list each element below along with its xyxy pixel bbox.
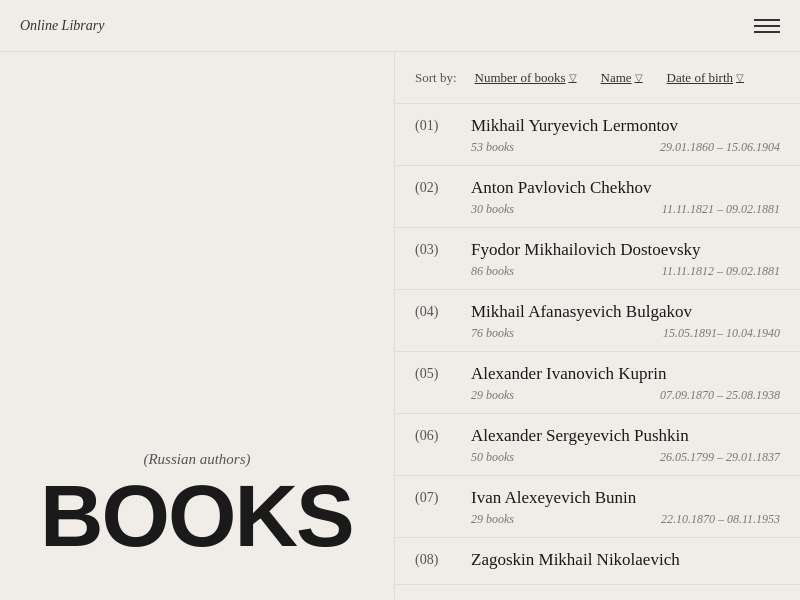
sort-name-arrow: ▽ — [635, 72, 643, 83]
left-panel: (Russian authors) BOOKS — [0, 52, 395, 600]
author-meta: 86 books 11.11.1812 – 09.02.1881 — [471, 264, 780, 279]
author-name: Ivan Alexeyevich Bunin — [471, 488, 780, 508]
author-dates: 11.11.1821 – 09.02.1881 — [662, 202, 780, 217]
sort-number-label: Number of books — [475, 70, 566, 86]
author-books: 50 books — [471, 450, 514, 465]
author-number: (04) — [415, 302, 451, 320]
author-info: Alexander Ivanovich Kuprin 29 books 07.0… — [471, 364, 780, 403]
sort-date-arrow: ▽ — [736, 72, 744, 83]
author-row[interactable]: (02) Anton Pavlovich Chekhov 30 books 11… — [395, 166, 800, 228]
author-books: 30 books — [471, 202, 514, 217]
author-dates: 07.09.1870 – 25.08.1938 — [660, 388, 780, 403]
author-number: (02) — [415, 178, 451, 196]
author-name: Mikhail Afanasyevich Bulgakov — [471, 302, 780, 322]
author-number: (05) — [415, 364, 451, 382]
header: Online Library — [0, 0, 800, 52]
author-info: Mikhail Afanasyevich Bulgakov 76 books 1… — [471, 302, 780, 341]
author-dates: 26.05.1799 – 29.01.1837 — [660, 450, 780, 465]
sort-bar: Sort by: Number of books ▽ Name ▽ Date o… — [395, 52, 800, 104]
big-title: BOOKS — [40, 472, 354, 560]
author-dates: 11.11.1812 – 09.02.1881 — [662, 264, 780, 279]
author-meta: 29 books 22.10.1870 – 08.11.1953 — [471, 512, 780, 527]
author-dates: 15.05.1891– 10.04.1940 — [663, 326, 780, 341]
sort-by-number-of-books[interactable]: Number of books ▽ — [469, 67, 583, 89]
author-info: Mikhail Yuryevich Lermontov 53 books 29.… — [471, 116, 780, 155]
sort-date-label: Date of birth — [667, 70, 733, 86]
author-number: (01) — [415, 116, 451, 134]
main-layout: (Russian authors) BOOKS Sort by: Number … — [0, 52, 800, 600]
author-name: Alexander Ivanovich Kuprin — [471, 364, 780, 384]
author-row[interactable]: (04) Mikhail Afanasyevich Bulgakov 76 bo… — [395, 290, 800, 352]
author-number: (06) — [415, 426, 451, 444]
author-name: Alexander Sergeyevich Pushkin — [471, 426, 780, 446]
author-info: Ivan Alexeyevich Bunin 29 books 22.10.18… — [471, 488, 780, 527]
author-books: 86 books — [471, 264, 514, 279]
sort-label: Sort by: — [415, 70, 457, 86]
hamburger-icon[interactable] — [754, 19, 780, 33]
sort-name-label: Name — [601, 70, 632, 86]
author-row[interactable]: (07) Ivan Alexeyevich Bunin 29 books 22.… — [395, 476, 800, 538]
author-books: 76 books — [471, 326, 514, 341]
author-row[interactable]: (01) Mikhail Yuryevich Lermontov 53 book… — [395, 104, 800, 166]
author-name: Mikhail Yuryevich Lermontov — [471, 116, 780, 136]
authors-list: (01) Mikhail Yuryevich Lermontov 53 book… — [395, 104, 800, 600]
author-dates: 29.01.1860 – 15.06.1904 — [660, 140, 780, 155]
author-number: (03) — [415, 240, 451, 258]
author-books: 29 books — [471, 512, 514, 527]
author-name: Anton Pavlovich Chekhov — [471, 178, 780, 198]
author-books: 53 books — [471, 140, 514, 155]
author-books: 29 books — [471, 388, 514, 403]
author-meta: 50 books 26.05.1799 – 29.01.1837 — [471, 450, 780, 465]
sort-by-date-of-birth[interactable]: Date of birth ▽ — [661, 67, 750, 89]
author-meta: 30 books 11.11.1821 – 09.02.1881 — [471, 202, 780, 217]
author-number: (08) — [415, 550, 451, 568]
sort-number-arrow: ▽ — [569, 72, 577, 83]
sort-by-name[interactable]: Name ▽ — [595, 67, 649, 89]
author-meta: 76 books 15.05.1891– 10.04.1940 — [471, 326, 780, 341]
author-row[interactable]: (05) Alexander Ivanovich Kuprin 29 books… — [395, 352, 800, 414]
author-dates: 22.10.1870 – 08.11.1953 — [661, 512, 780, 527]
app-container: Online Library (Russian authors) BOOKS S… — [0, 0, 800, 600]
author-row[interactable]: (08) Zagoskin Mikhail Nikolaevich — [395, 538, 800, 585]
author-info: Alexander Sergeyevich Pushkin 50 books 2… — [471, 426, 780, 465]
author-number: (07) — [415, 488, 451, 506]
author-info: Fyodor Mikhailovich Dostoevsky 86 books … — [471, 240, 780, 279]
author-row[interactable]: (06) Alexander Sergeyevich Pushkin 50 bo… — [395, 414, 800, 476]
author-info: Zagoskin Mikhail Nikolaevich — [471, 550, 780, 574]
author-meta: 53 books 29.01.1860 – 15.06.1904 — [471, 140, 780, 155]
author-meta: 29 books 07.09.1870 – 25.08.1938 — [471, 388, 780, 403]
author-row[interactable]: (03) Fyodor Mikhailovich Dostoevsky 86 b… — [395, 228, 800, 290]
author-name: Zagoskin Mikhail Nikolaevich — [471, 550, 780, 570]
author-name: Fyodor Mikhailovich Dostoevsky — [471, 240, 780, 260]
app-title: Online Library — [20, 18, 104, 34]
right-panel: Sort by: Number of books ▽ Name ▽ Date o… — [395, 52, 800, 600]
author-info: Anton Pavlovich Chekhov 30 books 11.11.1… — [471, 178, 780, 217]
